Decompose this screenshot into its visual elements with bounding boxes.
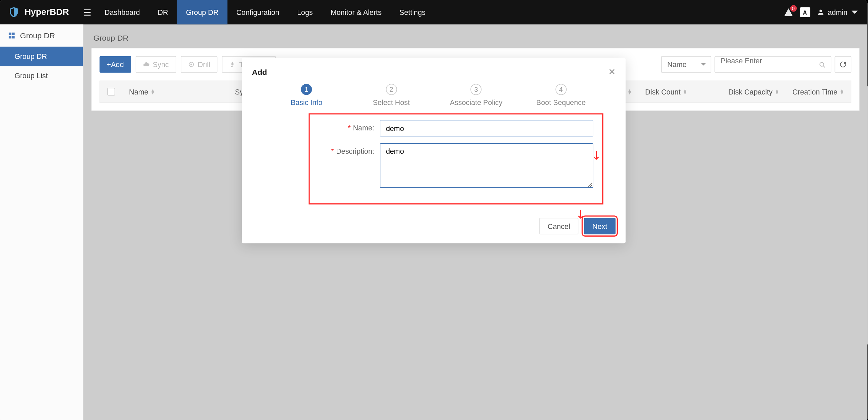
shield-icon [8,6,20,18]
th-creation-time[interactable]: Creation Time▲▼ [786,87,851,96]
chevron-down-icon [851,8,859,16]
language-button[interactable]: A [800,7,810,17]
sort-icon: ▲▼ [775,89,779,94]
search-input[interactable] [721,57,814,65]
alerts-button[interactable]: 0 [783,7,793,17]
nav-settings[interactable]: Settings [391,0,435,24]
nav-dashboard[interactable]: Dashboard [96,0,149,24]
th-name[interactable]: Name▲▼ [122,87,162,96]
sync-button[interactable]: Sync [136,56,176,73]
grid-icon [8,31,16,39]
top-nav: Dashboard DR Group DR Configuration Logs… [96,0,434,24]
nav-dr[interactable]: DR [149,0,177,24]
modal-close-button[interactable]: ✕ [608,67,615,77]
modal-footer: Cancel Next [242,215,626,243]
step-number: 2 [386,84,397,95]
step-basic-info[interactable]: 1 Basic Info [264,84,349,107]
form-highlight-annotation: *Name: *Description: demo [309,113,603,205]
th-disk-capacity[interactable]: Disk Capacity▲▼ [722,87,786,96]
modal-form: *Name: *Description: demo [242,113,626,216]
description-textarea[interactable]: demo [380,143,593,188]
modal: Add ✕ 1 Basic Info 2 Select Host 3 Assoc… [242,58,626,244]
nav-monitor-alerts[interactable]: Monitor & Alerts [322,0,391,24]
topbar-right: 0 A admin [783,7,867,17]
steps: 1 Basic Info 2 Select Host 3 Associate P… [242,81,626,114]
next-button[interactable]: Next [584,218,615,234]
drill-button[interactable]: Drill [180,56,217,73]
step-select-host[interactable]: 2 Select Host [349,84,434,107]
cloud-icon [143,61,150,68]
description-label: *Description: [319,143,380,160]
rocket-icon [229,61,236,68]
name-label: *Name: [319,120,380,136]
add-button[interactable]: +Add [100,56,131,73]
name-input[interactable] [380,120,593,136]
user-menu[interactable]: admin [816,8,859,17]
row-name: *Name: [319,120,593,136]
alert-badge: 0 [790,5,797,12]
nav-logs[interactable]: Logs [288,0,322,24]
hamburger-icon[interactable]: ☰ [79,7,96,18]
search-group: Name [661,56,851,73]
reload-icon [839,61,847,68]
brand: HyperBDR [0,6,79,18]
svg-point-2 [820,62,824,66]
step-associate-policy[interactable]: 3 Associate Policy [434,84,518,107]
step-number: 1 [301,84,312,95]
sort-icon: ▲▼ [683,89,687,94]
th-checkbox[interactable] [100,88,122,96]
sort-icon: ▲▼ [151,89,155,94]
modal-header: Add ✕ [242,58,626,81]
nav-configuration[interactable]: Configuration [228,0,288,24]
search-icon [818,61,826,69]
step-number: 3 [471,84,482,95]
checkbox-icon [107,88,115,96]
th-disk-count[interactable]: Disk Count▲▼ [638,87,694,96]
page-title: Group DR [94,33,857,42]
user-name: admin [828,8,847,17]
sort-icon: ▲▼ [840,89,844,94]
sidebar-item-group-list[interactable]: Group List [0,66,83,85]
reload-button[interactable] [835,56,851,73]
brand-text: HyperBDR [24,7,69,17]
cancel-button[interactable]: Cancel [539,218,578,234]
sort-icon: ▲▼ [627,89,632,94]
step-number: 4 [555,84,567,95]
nav-group-dr[interactable]: Group DR [177,0,227,24]
row-description: *Description: demo [319,143,593,190]
search-input-wrapper [714,56,831,73]
user-icon [816,8,824,16]
sidebar-title: Group DR [0,24,83,47]
step-boot-sequence[interactable]: 4 Boot Sequence [518,84,603,107]
search-field-select[interactable]: Name [661,56,711,73]
topbar: HyperBDR ☰ Dashboard DR Group DR Configu… [0,0,867,24]
target-icon [188,61,195,68]
svg-point-1 [190,64,192,65]
sidebar: Group DR Group DR Group List [0,24,83,420]
sidebar-item-group-dr[interactable]: Group DR [0,47,83,66]
modal-title: Add [252,67,267,76]
chevron-down-icon [701,62,706,67]
